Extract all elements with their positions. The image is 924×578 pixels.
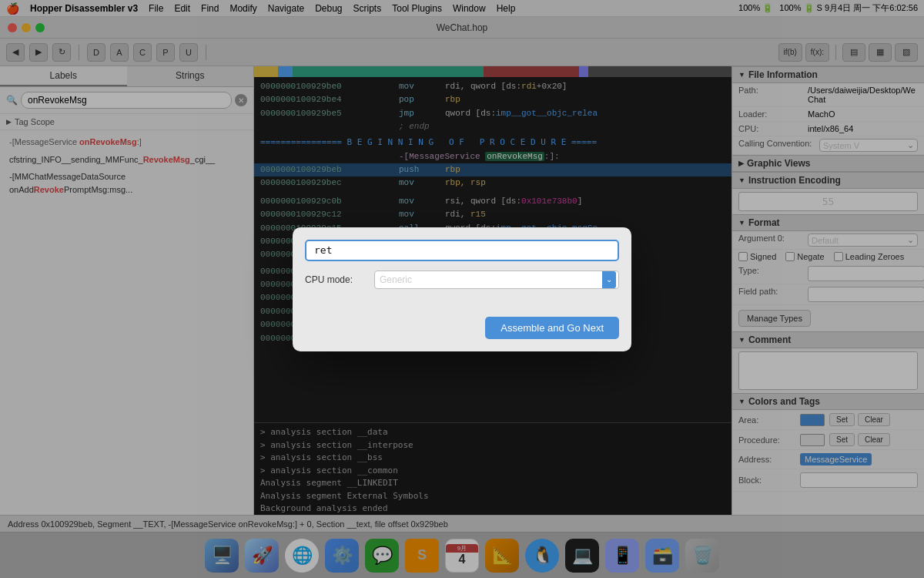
assemble-input[interactable] [305,240,619,261]
modal-overlay: CPU mode: Generic ⌄ Assemble and Go Next [0,0,924,578]
cpu-mode-display: Generic [374,271,619,289]
cpu-mode-value: Generic [380,274,412,285]
modal-body: CPU mode: Generic ⌄ [293,227,631,311]
cpu-mode-label: CPU mode: [305,274,367,285]
arrow-icon: ⌄ [606,275,612,284]
cpu-mode-select-wrap: Generic ⌄ [374,271,619,289]
cpu-mode-arrow[interactable]: ⌄ [602,271,616,288]
modal-footer: Assemble and Go Next [293,311,631,351]
cpu-mode-row: CPU mode: Generic ⌄ [305,271,619,289]
modal-dialog: CPU mode: Generic ⌄ Assemble and Go Next [293,227,631,351]
assemble-button[interactable]: Assemble and Go Next [485,317,619,339]
